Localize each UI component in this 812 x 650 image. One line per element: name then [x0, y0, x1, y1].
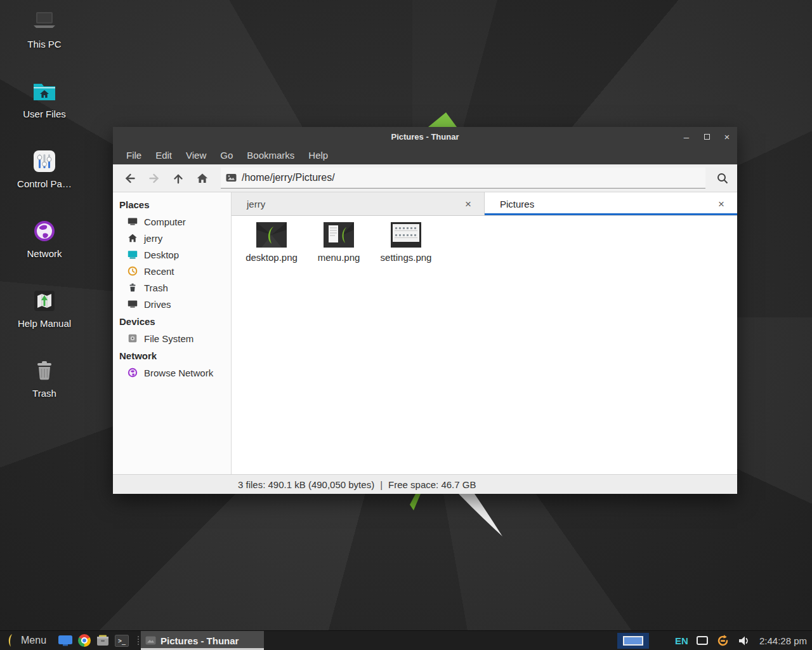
- task-button-label: Pictures - Thunar: [160, 635, 239, 646]
- menu-help[interactable]: Help: [301, 146, 335, 164]
- toolbar: /home/jerry/Pictures/: [113, 164, 737, 192]
- workspace-window-preview: [623, 636, 643, 646]
- network-globe-icon: [32, 218, 57, 244]
- desktop-icon-help-manual[interactable]: Help Manual: [8, 288, 81, 358]
- thunar-window: Pictures - Thunar – × File Edit View Go …: [113, 127, 737, 494]
- trash-icon: [32, 358, 57, 383]
- desktop-icon-label: Help Manual: [18, 318, 71, 329]
- menu-go[interactable]: Go: [213, 146, 240, 164]
- file-manager-launcher[interactable]: [55, 631, 75, 650]
- path-bar[interactable]: /home/jerry/Pictures/: [221, 168, 705, 189]
- desktop-monitor-icon: [127, 249, 138, 260]
- menu-bookmarks[interactable]: Bookmarks: [240, 146, 301, 164]
- close-button[interactable]: ×: [717, 127, 737, 146]
- sidebar-item-trash[interactable]: Trash: [113, 279, 231, 296]
- up-button[interactable]: [166, 168, 190, 189]
- home-button[interactable]: [190, 168, 214, 189]
- tab-close-icon[interactable]: ×: [716, 197, 727, 211]
- keyboard-layout-indicator[interactable]: EN: [675, 635, 688, 646]
- volume-icon[interactable]: [738, 635, 750, 646]
- file-desktop-png[interactable]: desktop.png: [240, 222, 303, 263]
- tab-pictures[interactable]: Pictures ×: [485, 192, 737, 215]
- blue-display-icon: [58, 634, 73, 647]
- image-folder-icon: [226, 173, 237, 182]
- home-icon: [196, 172, 209, 185]
- computer-icon: [127, 216, 138, 227]
- desktop-icon-label: This PC: [27, 39, 61, 50]
- maximize-icon: [704, 134, 710, 140]
- sidebar-item-file-system[interactable]: File System: [113, 330, 231, 347]
- file-thumbnail: [391, 222, 421, 248]
- sidebar-item-recent[interactable]: Recent: [113, 263, 231, 279]
- sidebar-item-label: Trash: [144, 282, 168, 293]
- desktop-icon-control-panel[interactable]: Control Pa…: [8, 149, 81, 218]
- status-files-summary: 3 files: 490.1 kB (490,050 bytes): [238, 479, 374, 490]
- terminal-icon: >_: [115, 635, 129, 647]
- forward-button[interactable]: [142, 168, 166, 189]
- sidebar-item-desktop[interactable]: Desktop: [113, 246, 231, 263]
- desktop-icon-this-pc[interactable]: This PC: [8, 9, 81, 79]
- tab-label: Pictures: [500, 199, 534, 209]
- maximize-button[interactable]: [697, 127, 717, 146]
- sidebar: Places Computer jerry Desktop Recent Tra…: [113, 192, 232, 474]
- tab-close-icon[interactable]: ×: [462, 197, 474, 211]
- chrome-launcher[interactable]: [75, 631, 93, 650]
- filesystem-drive-icon: [127, 333, 138, 344]
- chrome-icon: [78, 634, 91, 647]
- thunar-task-icon: [145, 636, 156, 645]
- window-controls: – ×: [676, 127, 737, 146]
- sidebar-header-places: Places: [113, 196, 231, 213]
- menu-file[interactable]: File: [119, 146, 148, 164]
- control-panel-icon: [32, 149, 57, 174]
- tab-bar: jerry × Pictures ×: [232, 192, 737, 216]
- distro-logo-icon: [6, 633, 16, 647]
- tab-jerry[interactable]: jerry ×: [232, 192, 485, 215]
- desktop-icon-network[interactable]: Network: [8, 218, 81, 288]
- desktop-icon-user-files[interactable]: User Files: [8, 79, 81, 149]
- desktop-icon-trash[interactable]: Trash: [8, 358, 81, 428]
- sidebar-item-browse-network[interactable]: Browse Network: [113, 364, 231, 381]
- sidebar-item-label: Drives: [144, 299, 171, 310]
- help-manual-icon: [32, 288, 57, 314]
- window-titlebar[interactable]: Pictures - Thunar – ×: [113, 127, 737, 146]
- taskbar: Menu >_ Pictures - Thunar EN 2:44:28 pm: [0, 630, 812, 650]
- sidebar-item-computer[interactable]: Computer: [113, 213, 231, 230]
- file-settings-png[interactable]: settings.png: [375, 222, 437, 263]
- sidebar-item-label: Desktop: [144, 249, 179, 260]
- sidebar-item-drives[interactable]: Drives: [113, 296, 231, 312]
- back-button[interactable]: [118, 168, 142, 189]
- menu-edit[interactable]: Edit: [148, 146, 179, 164]
- menu-button-label[interactable]: Menu: [21, 635, 46, 646]
- workspace-switcher[interactable]: [617, 633, 649, 649]
- file-name: menu.png: [318, 252, 360, 263]
- minimize-button[interactable]: –: [676, 127, 697, 146]
- file-cabinet-icon: [96, 634, 110, 647]
- task-button-thunar[interactable]: Pictures - Thunar: [141, 631, 264, 650]
- back-arrow-icon: [124, 172, 136, 185]
- sidebar-header-devices: Devices: [113, 312, 231, 330]
- user-files-folder-icon: [30, 79, 58, 104]
- sidebar-item-label: Browse Network: [144, 368, 213, 378]
- sidebar-item-jerry-home[interactable]: jerry: [113, 230, 231, 246]
- recent-clock-icon: [127, 265, 138, 277]
- drives-icon: [127, 298, 138, 310]
- clock[interactable]: 2:44:28 pm: [759, 635, 807, 646]
- menu-view[interactable]: View: [179, 146, 213, 164]
- computer-icon: [30, 9, 59, 34]
- search-icon: [716, 172, 729, 185]
- applications-menu-button[interactable]: [3, 631, 18, 650]
- display-tray-icon[interactable]: [697, 636, 708, 645]
- terminal-launcher[interactable]: >_: [112, 631, 131, 650]
- desktop-icon-label: Network: [27, 248, 62, 259]
- path-text: /home/jerry/Pictures/: [242, 172, 335, 183]
- file-thumbnail: [324, 222, 354, 248]
- window-body: Places Computer jerry Desktop Recent Tra…: [113, 192, 737, 474]
- archive-launcher[interactable]: [93, 631, 112, 650]
- updates-tray-icon[interactable]: [716, 634, 730, 647]
- trash-icon: [127, 282, 138, 293]
- sidebar-item-label: Recent: [144, 266, 174, 277]
- file-menu-png[interactable]: menu.png: [308, 222, 370, 263]
- search-button[interactable]: [709, 168, 736, 189]
- menubar: File Edit View Go Bookmarks Help: [113, 146, 737, 164]
- forward-arrow-icon: [148, 172, 160, 185]
